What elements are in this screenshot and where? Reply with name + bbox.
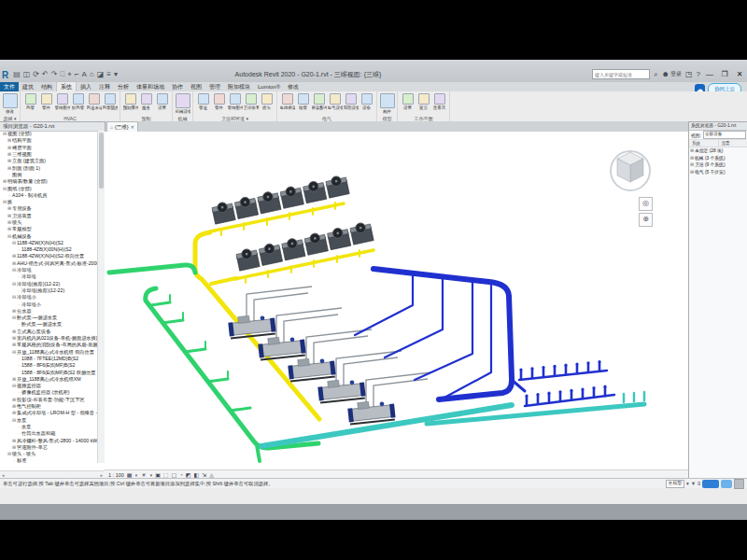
tree-item[interactable]: ·1588 - 8F6(E(6)MF)B(S2 [0,362,98,369]
tree-item[interactable]: ⊞专用设备 [0,205,98,212]
cooling-tower-unit[interactable] [211,201,235,224]
ribbon-button-预制零件[interactable]: 预制零件 [123,92,137,116]
ribbon-tab-管理[interactable]: 管理 [205,82,224,91]
ribbon-button-卫浴装置[interactable]: 卫浴装置 [244,92,258,116]
tree-item[interactable]: ⊞室内机内风021设备-单机-侧面进水接口非标准 [0,335,98,342]
tree-item[interactable]: ·冷却塔 [0,273,98,280]
tree-item[interactable]: ⊟喷头 - 喷头 [0,451,98,457]
tree-item[interactable]: ⊟水泵 [0,416,98,423]
system-browser-row[interactable]: ⊞卫浴 (9 个系统) [689,161,747,169]
ribbon-tab-文件[interactable]: 文件 [0,82,19,91]
ribbon-button-照明设备[interactable]: 照明设备 [344,92,358,116]
tree-item[interactable]: ⊟1188-4ZW(X)N(H)(S2 [0,240,98,246]
cooling-tower-unit[interactable] [349,221,374,245]
tree-item[interactable]: ⊞结构平面 [0,137,98,144]
filter-funnel-icon[interactable]: ▼ [691,481,696,486]
viewcube[interactable] [606,145,655,193]
project-browser-hscrollbar[interactable]: ◂ ▸ [0,470,105,478]
background-process-button[interactable] [721,480,732,488]
ribbon-tab-结构[interactable]: 结构 [37,82,56,91]
cooling-tower-unit[interactable] [259,242,283,265]
tree-item[interactable]: ⊞开放_1188离心式冷水机组XM [0,376,98,383]
tree-item[interactable]: ⊟视图 (全部) [0,131,98,137]
cooling-tower-unit[interactable] [325,175,349,198]
ribbon-button-管件[interactable]: 管件 [39,92,53,116]
column-header-流量[interactable]: 流量 [719,140,747,147]
tree-item[interactable]: ⊞AHU-组合式-回风管离-形式-标准-2000 - 10000 CMH [0,260,98,267]
tree-item[interactable]: ⊞卫浴装置 [0,213,98,219]
cooling-tower-unit[interactable] [235,247,260,271]
ribbon-button-喷头[interactable]: 喷头 [260,92,274,116]
ribbon-tab-体量和场地[interactable]: 体量和场地 [133,82,168,91]
selection-toggle-button[interactable] [702,480,719,488]
close-button[interactable]: ✕ [734,70,745,78]
tree-item[interactable]: ⊞明细表/数量 (全部) [0,178,98,185]
pump-unit[interactable] [258,334,306,359]
close-view-tab-icon[interactable]: ✕ [131,124,134,130]
project-browser-vscrollbar[interactable] [97,131,105,463]
ribbon-button-设置[interactable]: 设置 [401,92,415,116]
tree-item[interactable]: ⊟视频监控器 [0,383,98,389]
tree-item[interactable]: ⊞电气控制柜 [0,403,98,410]
tree-item[interactable]: ⊞立面 (建筑立面) [0,158,98,164]
ribbon-button-风管[interactable]: 风管 [23,92,37,116]
scroll-left-icon[interactable]: ◂ [2,472,5,478]
tree-item[interactable]: ⊞楼层平面 [0,145,98,151]
cooling-tower-unit[interactable] [303,231,328,255]
tree-item[interactable]: ⊞剖面 (剖面 1) [0,164,98,171]
help-icon[interactable]: ? [697,70,700,78]
tree-item[interactable]: ·水泵 [0,424,98,430]
tree-item[interactable]: ·卧式泵-一侧进水泵 [0,321,98,328]
store-icon[interactable]: ◳ [685,70,693,78]
tree-item[interactable]: ⊞管道附件-单芯 [0,444,98,451]
ribbon-button-服务[interactable]: 服务 [139,92,153,116]
tree-item[interactable]: ·标准 [0,457,98,463]
cooling-tower-unit[interactable] [234,195,259,218]
system-browser-row[interactable]: ⊞电气 (5 千伏安) [689,169,747,176]
ribbon-button-设备[interactable]: 设备 [359,92,374,116]
ribbon-button-管道[interactable]: 管道 [196,92,210,116]
column-header-系统[interactable]: 系统 [689,140,719,147]
system-browser-title[interactable]: 系统浏览器 - G20-1.rvt [689,122,747,131]
show-button[interactable] [734,479,744,489]
tree-item[interactable]: ⊞投影仪-吊装布置-功能-下沉下区 [0,397,98,403]
ribbon-tab-视图[interactable]: 视图 [187,82,205,91]
system-browser-row[interactable]: ⊞未指定 (28 项) [689,147,747,155]
search-icon[interactable]: ⌕ [654,70,657,79]
ribbon-button-风管隔热层[interactable]: 风管隔热层 [103,92,117,116]
cooling-tower-unit[interactable] [327,226,351,249]
tree-item[interactable]: ⊟族 [0,199,98,205]
cooling-tower-unit[interactable] [303,179,327,203]
tree-item[interactable]: ⊞喷头 [0,219,98,226]
ribbon-tab-分析[interactable]: 分析 [114,82,133,91]
zoom-icon[interactable]: ⊕ [639,213,653,227]
ribbon-tab-注释[interactable]: 注释 [95,82,114,91]
cooling-tower-unit[interactable] [281,237,305,260]
ribbon-button-设置[interactable]: 设置 [155,92,169,116]
tree-item[interactable]: ⊞风冷螺杆-整风-形式-2800 - 14000 kW [0,437,98,443]
cooling-tower-unit[interactable] [279,185,303,208]
ribbon-tab-修改[interactable]: 修改 [284,82,303,91]
tree-item[interactable]: ⊞常规风格的消防设备-布局的风扇-底侧送风 [0,342,98,348]
tree-item[interactable]: ⊟卧式泵-一侧进水泵 [0,315,98,321]
ribbon-button-查看器[interactable]: 查看器 [432,92,446,116]
account-button[interactable]: ☻登录 [662,70,682,78]
tree-item[interactable]: ·1188-4Z8(X)00N(H)(S2 [0,246,98,253]
ribbon-tab-插入[interactable]: 插入 [77,82,95,91]
system-browser-row[interactable]: ⊞机械 (3 个系统) [689,155,747,162]
tree-item[interactable]: ⊞三维视图 [0,151,98,158]
exclude-options-icon[interactable]: ▾ [686,481,689,486]
tree-item[interactable]: ⊟图纸 (全部) [0,185,98,191]
ribbon-button-显示[interactable]: 显示 [416,92,430,116]
tree-item[interactable]: ·1088 - 7FTEE(12MD)B(S2 [0,356,98,362]
design-options-select[interactable]: 主模型 [666,480,684,488]
tree-item[interactable]: ·冷却塔小 [0,301,98,307]
ribbon-button-管件[interactable]: 管件 [212,92,226,116]
view-filter-select[interactable]: 全部设备 [703,131,746,139]
cooling-tower-unit[interactable] [257,190,281,214]
scroll-right-icon[interactable]: ▸ [100,472,103,478]
search-input[interactable] [592,69,650,79]
tree-item[interactable]: ⊟开放_1188离心式冷水机组 双向位置 [0,349,98,356]
scale-button[interactable]: 1 : 100 [108,472,124,478]
pump-unit[interactable] [288,356,336,381]
